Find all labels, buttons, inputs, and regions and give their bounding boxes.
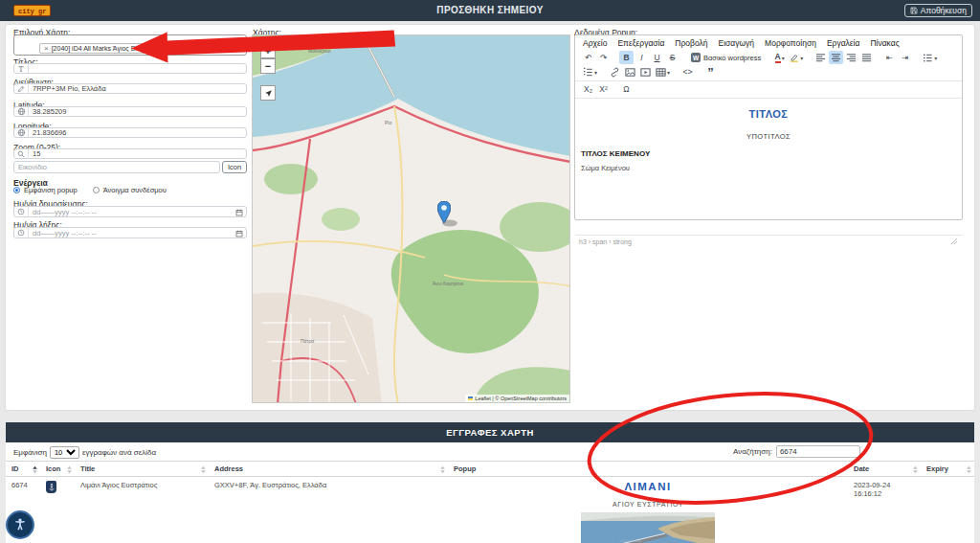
underline-icon[interactable]: U: [650, 51, 664, 64]
strikethrough-icon[interactable]: S: [665, 51, 679, 64]
align-right-icon[interactable]: [844, 51, 858, 64]
image-icon[interactable]: [623, 65, 637, 79]
table-row[interactable]: 6674 Λιμάνι Άγιος Ευστράτιος GXXV+8F, Άγ…: [6, 477, 974, 543]
numbered-list-icon[interactable]: ▾: [581, 65, 599, 79]
menu-insert[interactable]: Εισαγωγή: [718, 38, 754, 48]
style-dropdown-label: Βασικό wordpress: [703, 54, 761, 62]
map-town-label: Πάτρα: [301, 338, 314, 344]
latitude-input[interactable]: [29, 107, 246, 116]
italic-icon[interactable]: I: [635, 51, 649, 64]
popup-preview-title: ΛΙΜΑΝΙ: [454, 481, 842, 492]
publish-date-input[interactable]: [29, 207, 246, 216]
column-address[interactable]: Address: [209, 462, 448, 477]
title-input[interactable]: [29, 64, 246, 73]
column-title[interactable]: Title: [75, 462, 209, 477]
text-color-button[interactable]: A▾: [772, 51, 787, 64]
cell-date: 2023-09-24 16:16:12: [848, 477, 921, 543]
icon-search-group: [13, 161, 220, 173]
address-input[interactable]: [29, 84, 246, 93]
align-center-icon[interactable]: [829, 51, 843, 64]
zoom-out-button[interactable]: −: [260, 58, 276, 74]
table-icon[interactable]: ▾: [654, 65, 672, 79]
map-marker-pin[interactable]: [437, 201, 451, 223]
special-char-icon[interactable]: Ω: [619, 82, 634, 96]
subscript-icon[interactable]: X₂: [581, 82, 595, 96]
editor-toolbar: ↶ ↷ B I U S W Βασικό wordpress A▾ ▾ ⇤ ⇥ …: [575, 50, 962, 81]
bullet-list-icon[interactable]: ▾: [921, 51, 939, 64]
media-icon[interactable]: [638, 65, 653, 79]
map-select-tag[interactable]: × [2040] iD4 All Marks Άγιος Ευστράτιος: [39, 43, 169, 54]
longitude-input[interactable]: [29, 128, 246, 137]
clock-icon: [14, 207, 29, 216]
icon-picker-button[interactable]: Icon: [222, 161, 247, 173]
accessibility-button[interactable]: [6, 510, 34, 539]
zoom-input-group: [13, 148, 247, 159]
highlight-color-button[interactable]: ▾: [788, 51, 805, 64]
popup-content-body: Σώμα Κειμένου: [581, 164, 956, 172]
sort-icon: [966, 465, 972, 474]
radio-open-link[interactable]: [93, 187, 100, 193]
sort-icon: [439, 465, 446, 474]
editor-content[interactable]: ΤΙΤΛΟΣ ΥΠΟΤΙΤΛΟΣ ΤΙΤΛΟΣ ΚΕΙΜΕΝΟΥ Σώμα Κε…: [575, 99, 962, 235]
remove-tag-icon[interactable]: ×: [44, 44, 49, 53]
menu-table[interactable]: Πίνακας: [870, 38, 899, 48]
redo-icon[interactable]: ↷: [596, 51, 611, 64]
style-dropdown[interactable]: W Βασικό wordpress: [688, 53, 764, 62]
align-left-icon[interactable]: [813, 51, 828, 64]
radio-show-popup-label[interactable]: Εμφάνιση popup: [24, 186, 78, 194]
column-popup[interactable]: Popup: [448, 462, 848, 477]
address-input-group: [13, 83, 247, 94]
column-icon[interactable]: Icon: [40, 462, 75, 477]
column-expiry[interactable]: Expiry: [921, 462, 974, 477]
leaflet-map[interactable]: Μολύκρειο Ρίο Πάτρα Άνω Καστρίτσι + − Le…: [252, 34, 570, 403]
records-table: ID Icon Title Address Popup Date Expiry …: [6, 461, 974, 543]
menu-format[interactable]: Μορφοποίηση: [765, 38, 816, 48]
menu-file[interactable]: Αρχείο: [583, 38, 607, 48]
locate-button[interactable]: [260, 85, 276, 101]
popup-content-heading: ΤΙΤΛΟΣ ΚΕΙΜΕΝΟΥ: [581, 149, 956, 158]
outdent-icon[interactable]: ⇤: [882, 51, 897, 64]
records-title-bar: ΕΓΓΡΑΦΕΣ ΧΑΡΤΗ: [6, 422, 974, 442]
expiry-date-input[interactable]: [29, 228, 246, 238]
code-icon[interactable]: <>: [680, 65, 695, 79]
indent-icon[interactable]: ⇥: [898, 51, 912, 64]
search-input[interactable]: [776, 445, 860, 458]
zoom-in-button[interactable]: +: [260, 43, 276, 58]
element-path[interactable]: h3 › span › strong: [579, 238, 632, 245]
link-icon[interactable]: [608, 65, 622, 79]
bold-icon[interactable]: B: [619, 51, 634, 64]
top-navbar: city gr ΠΡΟΣΘΗΚΗ ΣΗΜΕΙΟΥ Αποθήκευση: [0, 0, 980, 21]
resize-handle-icon[interactable]: [950, 238, 958, 245]
location-arrow-icon: [264, 89, 273, 98]
cell-expiry: [921, 477, 974, 543]
sort-icon: [912, 465, 919, 474]
anchor-shield-icon: [46, 481, 56, 493]
zoom-input[interactable]: [29, 149, 246, 158]
action-options: Εμφάνιση popup Άνοιγμα συνδέσμου: [13, 186, 167, 194]
search-label: Αναζήτηση:: [733, 447, 772, 456]
map-town-label: Μολύκρειο: [308, 48, 330, 54]
page-size-select[interactable]: 10: [50, 446, 79, 459]
pencil-icon: [14, 84, 29, 93]
save-button[interactable]: Αποθήκευση: [904, 4, 972, 17]
calendar-icon[interactable]: [235, 230, 243, 238]
menu-view[interactable]: Προβολή: [675, 38, 707, 48]
sort-icon: [66, 465, 73, 474]
align-justify-icon[interactable]: [859, 51, 874, 64]
blockquote-icon[interactable]: ”: [703, 65, 718, 79]
superscript-icon[interactable]: X²: [596, 82, 611, 96]
column-id[interactable]: ID: [6, 462, 40, 477]
cell-title: Λιμάνι Άγιος Ευστράτιος: [75, 477, 209, 543]
radio-open-link-label[interactable]: Άνοιγμα συνδέσμου: [103, 186, 167, 194]
calendar-icon[interactable]: [235, 209, 243, 216]
radio-show-popup[interactable]: [13, 187, 20, 193]
wordpress-icon: W: [691, 53, 701, 62]
icon-search-input[interactable]: [14, 162, 219, 172]
menu-edit[interactable]: Επεξεργασία: [617, 38, 664, 48]
map-select[interactable]: × [2040] iD4 All Marks Άγιος Ευστράτιος: [13, 34, 247, 56]
undo-icon[interactable]: ↶: [581, 51, 595, 64]
column-date[interactable]: Date: [848, 462, 921, 477]
text-icon: [14, 64, 29, 73]
menu-tools[interactable]: Εργαλεία: [827, 38, 860, 48]
popup-preview-subtitle: ΑΓΙΟΥ ΕΥΣΤΡΑΤΙΟΥ: [454, 501, 842, 508]
